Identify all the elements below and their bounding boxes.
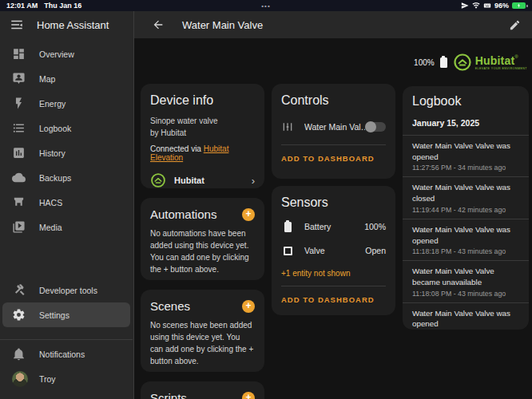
chevron-right-icon: › (252, 175, 255, 187)
hubitat-logo: Hubitat® ELEVATE YOUR ENVIRONMENT (453, 53, 527, 72)
logbook-time: 11:27:56 PM - 34 minutes ago (412, 164, 519, 172)
connected-via: Connected via Hubitat Elevation (150, 144, 255, 162)
logbook-time: 11:18:18 PM - 43 minutes ago (412, 247, 519, 255)
logbook-time: 11:19:44 PM - 42 minutes ago (412, 206, 519, 214)
controls-card: Controls Water Main Val… ADD TO DASHBOAR… (272, 84, 395, 179)
list-icon (12, 121, 26, 135)
sidebar-label: Energy (39, 99, 66, 109)
logbook-date-header: January 15, 2025 (412, 118, 519, 128)
sensor-row-valve[interactable]: Valve Open (272, 239, 395, 263)
logbook-time: 11:18:08 PM - 43 minutes ago (412, 290, 519, 298)
sidebar-header: Home Assistant (0, 11, 134, 38)
cloud-icon (12, 171, 26, 184)
sidebar-item-history[interactable]: History (0, 140, 133, 165)
hubitat-wordmark: Hubitat (475, 54, 515, 67)
toggle-knob (365, 121, 376, 132)
integration-row[interactable]: Hubitat › (150, 172, 255, 188)
sidebar-label: Media (39, 223, 62, 232)
sidebar-item-logbook[interactable]: Logbook (0, 116, 133, 140)
lightning-icon (12, 97, 26, 110)
scripts-card: Scripts + (141, 381, 264, 399)
status-bar: 12:01 AM Thu Jan 16 ••• 96% (0, 0, 532, 11)
sidebar-label: Developer tools (39, 286, 97, 295)
keyboard-icon (483, 2, 491, 10)
card-title: Automations (150, 207, 216, 221)
card-title: Device info (150, 93, 255, 108)
valve-toggle[interactable] (365, 122, 386, 132)
sidebar-divider (0, 339, 133, 340)
valve-entity-row: Water Main Val… (281, 120, 386, 133)
location-icon (461, 2, 469, 10)
logbook-entry[interactable]: Water Main Valve Valve became unavailabl… (403, 260, 529, 302)
logbook-message: Water Main Valve Valve became unavailabl… (412, 266, 519, 287)
sidebar-label: Settings (39, 310, 69, 320)
sidebar-item-backups[interactable]: Backups (0, 165, 133, 190)
sidebar-label: Map (39, 74, 55, 84)
wifi-icon (472, 2, 480, 10)
logbook-entry[interactable]: Water Main Valve Valve was closed 11:19:… (403, 176, 529, 218)
sidebar-label: Backups (39, 173, 71, 183)
entity-name: Water Main Val… (304, 122, 365, 132)
card-title: Scenes (150, 299, 190, 313)
logbook-entry[interactable]: Water Main Valve Valve was opened 11:18:… (403, 219, 529, 260)
valve-square-icon (284, 247, 292, 255)
avatar (12, 371, 28, 387)
automations-empty-text: No automations have been added using thi… (150, 227, 255, 275)
logbook-message: Water Main Valve Valve was opened (412, 308, 519, 330)
sensor-row-battery[interactable]: Battery 100% (272, 215, 395, 239)
add-script-button[interactable]: + (242, 392, 255, 399)
menu-toggle-icon[interactable] (10, 18, 24, 32)
status-battery-percent: 96% (494, 2, 509, 10)
main-content: 100% Hubitat® ELEVATE YOUR ENVIRONMENT D… (134, 38, 532, 399)
sidebar-item-overview[interactable]: Overview (0, 41, 133, 66)
app-title: Home Assistant (37, 19, 109, 31)
dashboard-icon (12, 47, 26, 61)
map-icon (12, 72, 26, 85)
entities-not-shown-link[interactable]: +1 entity not shown (272, 263, 395, 279)
integration-name: Hubitat (174, 176, 204, 185)
logbook-entry[interactable]: Water Main Valve Valve was opened (403, 302, 529, 330)
add-automation-button[interactable]: + (242, 208, 255, 221)
sidebar-label: HACS (39, 198, 62, 207)
sidebar-item-map[interactable]: Map (0, 66, 133, 91)
logbook-message: Water Main Valve Valve was closed (412, 182, 519, 203)
sensor-name: Valve (304, 246, 325, 255)
sidebar-item-developer-tools[interactable]: Developer tools (0, 278, 133, 302)
card-title: Logbook (412, 94, 519, 109)
device-battery-percent: 100% (414, 58, 435, 67)
device-manufacturer: by Hubitat (150, 127, 255, 139)
sidebar-item-hacs[interactable]: HACS (0, 190, 133, 215)
gear-icon (12, 308, 26, 322)
logbook-message: Water Main Valve Valve was opened (412, 140, 519, 162)
sidebar-item-notifications[interactable]: Notifications (0, 342, 133, 366)
valve-icon (281, 120, 294, 133)
add-scene-button[interactable]: + (242, 300, 255, 313)
sidebar: Overview Map Energy Logbook History Back… (0, 38, 134, 399)
device-brand-row: 100% Hubitat® ELEVATE YOUR ENVIRONMENT (414, 53, 527, 72)
logbook-card: Logbook January 15, 2025 Water Main Valv… (403, 86, 529, 330)
sensor-name: Battery (304, 222, 331, 231)
card-title: Controls (281, 93, 386, 108)
sidebar-label: History (39, 148, 66, 158)
sidebar-label: Troy (39, 374, 56, 384)
status-date: Thu Jan 16 (44, 2, 81, 10)
app-header: Home Assistant Water Main Valve (0, 11, 532, 38)
sensor-value: Open (365, 246, 386, 255)
logbook-entry[interactable]: Water Main Valve Valve was opened 11:27:… (403, 135, 529, 176)
sidebar-item-media[interactable]: Media (0, 215, 133, 239)
hammer-icon (12, 283, 26, 297)
hubitat-circle-icon (453, 53, 472, 72)
edit-pencil-icon[interactable] (509, 19, 521, 31)
status-time: 12:01 AM (6, 2, 38, 10)
scenes-card: Scenes + No scenes have been added using… (141, 290, 264, 372)
battery-icon (284, 222, 292, 232)
back-arrow-icon[interactable] (152, 18, 165, 31)
sidebar-item-energy[interactable]: Energy (0, 91, 133, 116)
hubitat-integration-icon (150, 172, 166, 188)
hubitat-tagline: ELEVATE YOUR ENVIRONMENT (475, 68, 527, 71)
sensors-add-to-dashboard-button[interactable]: ADD TO DASHBOARD (272, 286, 395, 313)
sidebar-item-settings[interactable]: Settings (2, 302, 130, 327)
sidebar-item-user[interactable]: Troy (0, 366, 133, 392)
controls-add-to-dashboard-button[interactable]: ADD TO DASHBOARD (272, 145, 395, 172)
page-title: Water Main Valve (182, 19, 263, 31)
